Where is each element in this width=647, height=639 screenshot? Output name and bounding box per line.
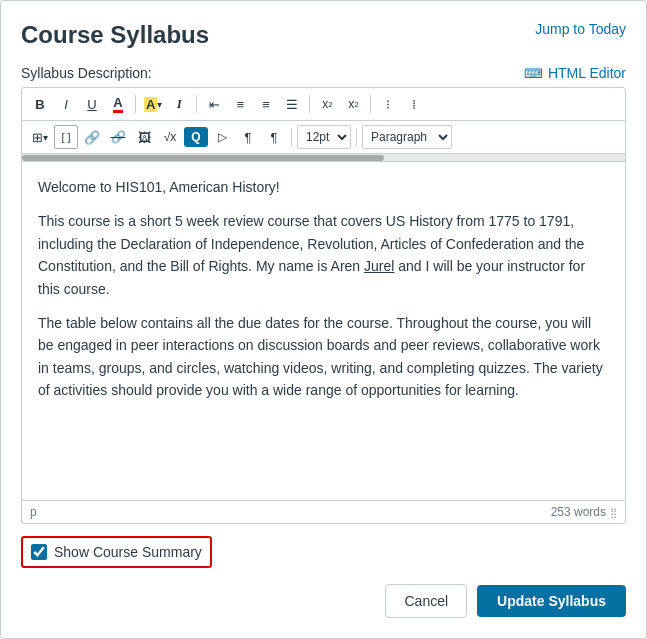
table-button[interactable]: ⊞▾ xyxy=(28,125,52,149)
embed-button[interactable]: [ ] xyxy=(54,125,78,149)
font-color-button[interactable]: A xyxy=(106,92,130,116)
show-summary-checkbox[interactable] xyxy=(31,544,47,560)
subscript-button[interactable]: x2 xyxy=(341,92,365,116)
align-justify-button[interactable]: ☰ xyxy=(280,92,304,116)
paragraph-style-select[interactable]: Paragraph Heading 1 Heading 2 xyxy=(362,125,452,149)
unlink-button[interactable]: 🔗 xyxy=(106,125,130,149)
toolbar-divider-4 xyxy=(370,95,371,113)
modal-header: Course Syllabus Jump to Today xyxy=(21,21,626,49)
editor-footer: p 253 words ⣿ xyxy=(22,500,625,523)
align-left-button[interactable]: ⇤ xyxy=(202,92,226,116)
media-button[interactable]: ▷ xyxy=(210,125,234,149)
syllabus-label-row: Syllabus Description: ⌨ HTML Editor xyxy=(21,65,626,81)
html-editor-icon: ⌨ xyxy=(524,66,543,81)
font-size-select[interactable]: 12pt 10pt 14pt xyxy=(297,125,351,149)
update-syllabus-button[interactable]: Update Syllabus xyxy=(477,585,626,617)
align-right-button[interactable]: ≡ xyxy=(254,92,278,116)
toolbar-row-1: B I U A A ▾ I ⇤ ≡ ≡ ☰ x2 x2 ⁝ ⁞ xyxy=(22,88,625,121)
syllabus-description-label: Syllabus Description: xyxy=(21,65,152,81)
resize-handle-icon: ⣿ xyxy=(610,507,617,518)
word-count: 253 words xyxy=(551,505,606,519)
ordered-list-button[interactable]: ⁞ xyxy=(402,92,426,116)
paragraph-mark2-button[interactable]: ¶ xyxy=(262,125,286,149)
toolbar-divider-1 xyxy=(135,95,136,113)
html-editor-link[interactable]: ⌨ HTML Editor xyxy=(524,65,626,81)
highlight-button[interactable]: A ▾ xyxy=(141,92,165,116)
course-syllabus-modal: Course Syllabus Jump to Today Syllabus D… xyxy=(0,0,647,639)
content-para-3: The table below contains all the due dat… xyxy=(38,312,609,402)
superscript-button[interactable]: x2 xyxy=(315,92,339,116)
align-center-button[interactable]: ≡ xyxy=(228,92,252,116)
paragraph-mark-button[interactable]: ¶ xyxy=(236,125,260,149)
plugin-button[interactable]: Q xyxy=(184,127,208,147)
html-editor-label: HTML Editor xyxy=(548,65,626,81)
instructor-name: Jurel xyxy=(364,258,394,274)
show-summary-label[interactable]: Show Course Summary xyxy=(54,544,202,560)
content-para-1: Welcome to HIS101, American History! xyxy=(38,176,609,198)
footer-buttons: Cancel Update Syllabus xyxy=(21,584,626,618)
unordered-list-button[interactable]: ⁝ xyxy=(376,92,400,116)
sqrt-button[interactable]: √x xyxy=(158,125,182,149)
toolbar-divider-3 xyxy=(309,95,310,113)
horizontal-scrollbar[interactable] xyxy=(22,154,625,162)
content-para-2: This course is a short 5 week review cou… xyxy=(38,210,609,300)
jump-to-today-link[interactable]: Jump to Today xyxy=(535,21,626,37)
image-button[interactable]: 🖼 xyxy=(132,125,156,149)
toolbar-divider-5 xyxy=(291,128,292,146)
rich-text-editor[interactable]: B I U A A ▾ I ⇤ ≡ ≡ ☰ x2 x2 ⁝ ⁞ xyxy=(21,87,626,524)
italic-button[interactable]: I xyxy=(54,92,78,116)
page-title: Course Syllabus xyxy=(21,21,209,49)
editor-content-area[interactable]: Welcome to HIS101, American History! Thi… xyxy=(22,162,625,500)
bold-button[interactable]: B xyxy=(28,92,52,116)
scroll-thumb xyxy=(22,155,384,161)
toolbar-divider-6 xyxy=(356,128,357,146)
show-course-summary-row[interactable]: Show Course Summary xyxy=(21,536,212,568)
toolbar-row-2: ⊞▾ [ ] 🔗 🔗 🖼 √x Q ▷ ¶ ¶ 12pt 10pt 14pt P… xyxy=(22,121,625,154)
cancel-button[interactable]: Cancel xyxy=(385,584,467,618)
toolbar-divider-2 xyxy=(196,95,197,113)
italic-button-2[interactable]: I xyxy=(167,92,191,116)
current-tag: p xyxy=(30,505,37,519)
link-button[interactable]: 🔗 xyxy=(80,125,104,149)
underline-button[interactable]: U xyxy=(80,92,104,116)
